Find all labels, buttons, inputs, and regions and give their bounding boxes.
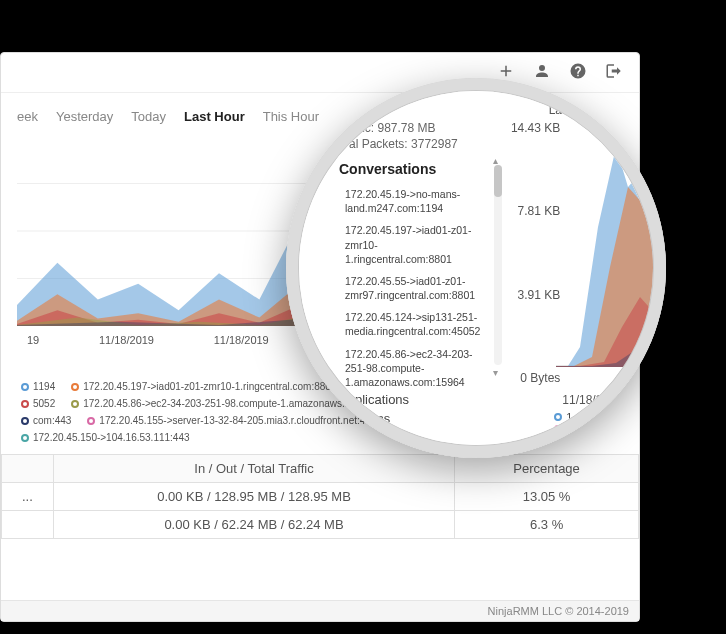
tab-week[interactable]: eek bbox=[17, 109, 38, 124]
legend-item[interactable]: 1 bbox=[554, 411, 572, 423]
scrollbar[interactable] bbox=[494, 165, 502, 365]
total-packets-label: al Packets: 3772987 bbox=[339, 137, 498, 151]
traffic-table: In / Out / Total Traffic Percentage ... … bbox=[1, 454, 639, 539]
footer-copyright: NinjaRMM LLC © 2014-2019 bbox=[1, 600, 639, 621]
conversations-list[interactable]: 172.20.45.19->no-mans-land.m247.com:1194… bbox=[339, 183, 498, 388]
tab-this-hour[interactable]: This Hour bbox=[263, 109, 319, 124]
legend-item[interactable]: 172.20.45.155->server-13-32-84-205.mia3.… bbox=[87, 412, 376, 429]
col-pct[interactable]: Percentage bbox=[455, 455, 639, 483]
tab-last-hour[interactable]: Last Hour bbox=[184, 109, 245, 124]
legend-item[interactable]: 172.20.45.197->iad01-z01-zmr10-1.ringcen… bbox=[71, 378, 336, 395]
list-item[interactable]: 172.20.45.197->iad01-z01-zmr10-1.ringcen… bbox=[339, 219, 484, 270]
tab-today[interactable]: Today bbox=[131, 109, 166, 124]
applications-header[interactable]: Applications bbox=[339, 392, 498, 407]
scroll-down-icon[interactable]: ▾ bbox=[493, 367, 503, 377]
y-axis-ticks: 14.43 KB 7.81 KB 3.91 KB 0 Bytes bbox=[504, 121, 564, 385]
logout-icon[interactable] bbox=[605, 62, 623, 84]
x-axis-label: 11/18/2 bbox=[562, 393, 602, 407]
legend-item[interactable]: 1194 bbox=[21, 378, 55, 395]
table-row[interactable]: 0.00 KB / 62.24 MB / 62.24 MB 6.3 % bbox=[2, 511, 639, 539]
magnifier-lens: affic: 987.78 MB al Packets: 3772987 Con… bbox=[286, 78, 666, 458]
chart-subtitle: Las bbox=[549, 103, 568, 117]
legend-item[interactable]: com:443 bbox=[21, 412, 71, 429]
legend-item[interactable]: 172.20.45.150->104.16.53.111:443 bbox=[21, 429, 190, 446]
legend-item[interactable]: 5052 bbox=[21, 395, 55, 412]
col-traffic[interactable]: In / Out / Total Traffic bbox=[53, 455, 454, 483]
xlabel: 19 bbox=[27, 334, 39, 346]
tab-yesterday[interactable]: Yesterday bbox=[56, 109, 113, 124]
user-icon[interactable] bbox=[533, 62, 551, 84]
topbar bbox=[1, 53, 639, 93]
xlabel: 11/18/2019 bbox=[214, 334, 269, 346]
table-row[interactable]: ... 0.00 KB / 128.95 MB / 128.95 MB 13.0… bbox=[2, 483, 639, 511]
help-icon[interactable] bbox=[569, 62, 587, 84]
total-traffic-label: affic: 987.78 MB bbox=[339, 121, 498, 135]
list-item[interactable]: 172.20.45.124->sip131-251-media.ringcent… bbox=[339, 306, 484, 342]
list-item[interactable]: 172.20.45.86->ec2-34-203-251-98.compute-… bbox=[339, 343, 484, 388]
scroll-up-icon[interactable]: ▴ bbox=[493, 155, 503, 165]
xlabel: 11/18/2019 bbox=[99, 334, 154, 346]
list-item[interactable]: 172.20.45.55->iad01-z01-zmr97.ringcentra… bbox=[339, 270, 484, 306]
conversations-header[interactable]: Conversations bbox=[339, 161, 498, 177]
list-item[interactable]: 172.20.45.19->no-mans-land.m247.com:1194 bbox=[339, 183, 484, 219]
